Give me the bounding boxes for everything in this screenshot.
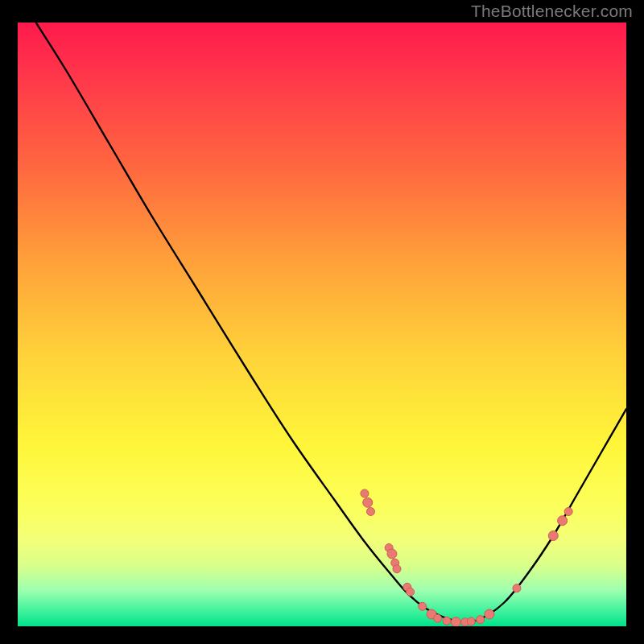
bottleneck-curve [36,23,626,622]
data-point [366,508,374,516]
data-point [467,617,475,625]
data-point [485,609,494,619]
data-point [443,617,451,625]
data-point [564,508,572,516]
data-point [558,516,568,526]
data-point [407,588,415,596]
data-point [363,497,373,507]
data-point [393,565,401,573]
data-point [513,584,521,592]
data-point-markers [361,489,572,626]
plot-area [18,23,626,626]
chart-frame: TheBottlenecker.com [0,0,644,644]
attribution-text: TheBottlenecker.com [471,2,633,21]
data-point [548,531,558,541]
data-point [387,549,397,559]
data-point [361,489,369,497]
curve-overlay [18,23,626,626]
data-point [434,614,442,622]
data-point [451,617,460,626]
data-point [419,602,427,610]
data-point [477,616,485,624]
